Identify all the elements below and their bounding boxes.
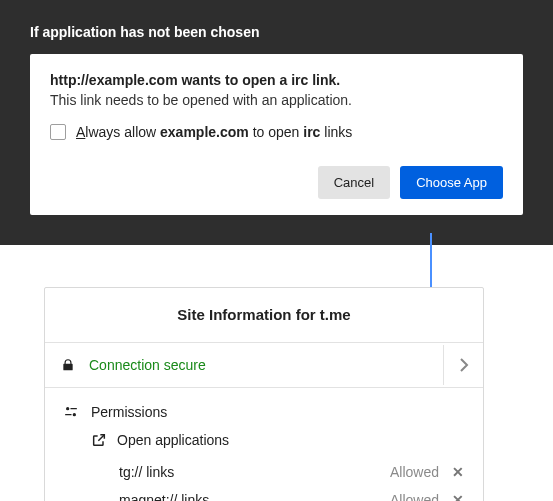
- external-link-icon: [91, 432, 107, 448]
- permissions-section: Permissions Open applications tg:// link…: [45, 388, 483, 501]
- protocol-row: magnet:// links Allowed ✕: [61, 486, 467, 501]
- accesskey-letter: A: [76, 124, 85, 140]
- site-title: Site Information for t.me: [177, 306, 350, 323]
- svg-rect-3: [65, 414, 72, 415]
- clear-permission-button[interactable]: ✕: [449, 492, 467, 501]
- permissions-label: Permissions: [91, 404, 167, 420]
- dialog-heading-rest: wants to open a irc link.: [178, 72, 341, 88]
- always-proto: irc: [303, 124, 320, 140]
- site-info-panel: Site Information for t.me Connection sec…: [44, 287, 484, 501]
- dialog-site: http://example.com: [50, 72, 178, 88]
- permissions-header: Permissions: [61, 404, 467, 420]
- dialog-button-row: Cancel Choose App: [50, 166, 503, 199]
- protocol-status: Allowed: [390, 492, 439, 501]
- clear-permission-button[interactable]: ✕: [449, 464, 467, 480]
- dialog-heading: http://example.com wants to open a irc l…: [50, 72, 503, 88]
- protocol-label: tg:// links: [119, 464, 390, 480]
- dialog-backdrop: If application has not been chosen http:…: [0, 0, 553, 245]
- external-protocol-dialog: http://example.com wants to open a irc l…: [30, 54, 523, 215]
- open-applications-row: Open applications: [61, 432, 467, 448]
- chevron-right-icon: [459, 358, 469, 372]
- always-site: example.com: [160, 124, 249, 140]
- protocol-label: magnet:// links: [119, 492, 390, 501]
- svg-point-2: [73, 413, 76, 416]
- always-allow-row[interactable]: Always allow example.com to open irc lin…: [50, 124, 503, 140]
- open-applications-label: Open applications: [117, 432, 229, 448]
- protocol-status: Allowed: [390, 464, 439, 480]
- svg-point-0: [66, 407, 69, 410]
- choose-app-button[interactable]: Choose App: [400, 166, 503, 199]
- sliders-icon: [63, 404, 79, 420]
- cancel-button[interactable]: Cancel: [318, 166, 390, 199]
- connection-row[interactable]: Connection secure: [45, 343, 483, 388]
- protocol-row: tg:// links Allowed ✕: [61, 458, 467, 486]
- dialog-subtext: This link needs to be opened with an app…: [50, 92, 503, 108]
- site-title-row: Site Information for t.me: [45, 288, 483, 343]
- connection-expand[interactable]: [443, 345, 483, 385]
- frame-title: If application has not been chosen: [30, 24, 523, 40]
- pointer-annotation: [0, 245, 553, 287]
- connection-status: Connection secure: [89, 357, 206, 373]
- always-allow-label: Always allow example.com to open irc lin…: [76, 124, 352, 140]
- lock-icon: [61, 358, 75, 372]
- always-allow-checkbox[interactable]: [50, 124, 66, 140]
- svg-rect-1: [70, 408, 77, 409]
- pointer-line: [430, 233, 432, 287]
